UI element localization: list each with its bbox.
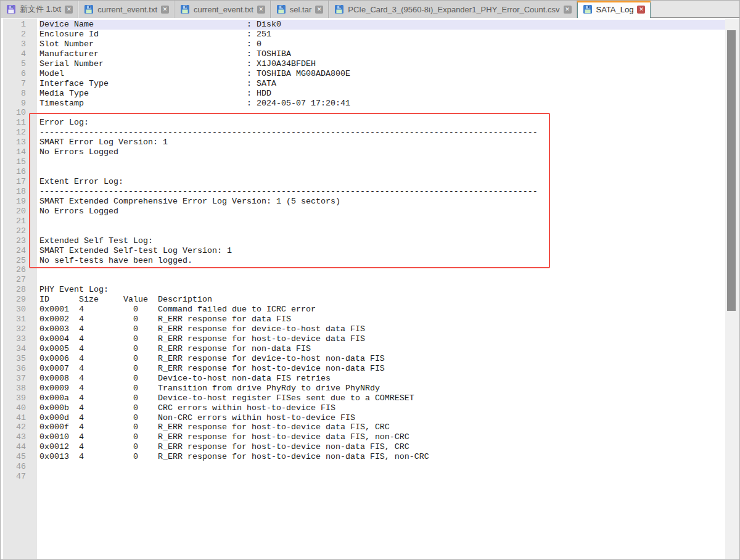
line-text[interactable] (39, 226, 725, 236)
line-text[interactable]: Slot Number : 0 (39, 39, 725, 49)
tab-close-icon[interactable]: ✕ (65, 6, 73, 14)
tab-close-icon[interactable]: ✕ (564, 6, 572, 14)
editor-line[interactable]: 7 Interface Type : SATA (3, 79, 725, 89)
tab-2[interactable]: current_event.txt ✕ (175, 1, 271, 18)
line-text[interactable] (39, 275, 725, 285)
line-text[interactable]: 0x0009 4 0 Transition from drive PhyRdy … (39, 384, 725, 393)
editor-line[interactable]: 34 0x0005 4 0 R_ERR response for non-dat… (3, 344, 725, 354)
editor-line[interactable]: 21 (3, 216, 725, 226)
editor-line[interactable]: 19 SMART Extended Comprehensive Error Lo… (3, 197, 725, 207)
editor-line[interactable]: 28 PHY Event Log: (3, 285, 725, 295)
editor-line[interactable]: 44 0x0012 4 0 R_ERR response for host-to… (3, 442, 725, 452)
line-text[interactable]: Serial Number : X1J0A34BFDEH (39, 59, 725, 69)
line-text[interactable]: Error Log: (39, 118, 725, 128)
tab-active-5[interactable]: SATA_Log ✕ (577, 1, 651, 18)
editor-line[interactable]: 3 Slot Number : 0 (3, 39, 725, 49)
line-text[interactable]: 0x0013 4 0 R_ERR response for host-to-de… (39, 452, 725, 462)
line-text[interactable]: 0x000f 4 0 R_ERR response for host-to-de… (39, 422, 725, 432)
line-text[interactable]: PHY Event Log: (39, 285, 725, 295)
vertical-scrollbar-thumb[interactable] (727, 30, 736, 311)
editor-line[interactable]: 6 Model : TOSHIBA MG08ADA800E (3, 69, 725, 79)
editor-line[interactable]: 15 (3, 157, 725, 167)
tab-4[interactable]: PCIe_Card_3_(9560-8i)_Expander1_PHY_Erro… (329, 1, 577, 18)
line-text[interactable]: 0x000b 4 0 CRC errors within host-to-dev… (39, 403, 725, 413)
line-text[interactable]: 0x0010 4 0 R_ERR response for host-to-de… (39, 432, 725, 442)
editor-line[interactable]: 9 Timestamp : 2024-05-07 17:20:41 (3, 99, 725, 109)
editor-line[interactable]: 1 Device Name : Disk0 (3, 20, 725, 30)
line-text[interactable]: ----------------------------------------… (39, 128, 725, 138)
line-text[interactable] (39, 472, 725, 482)
line-text[interactable]: No self-tests have been logged. (39, 256, 725, 266)
tab-0[interactable]: 新文件 1.txt ✕ (1, 1, 78, 18)
line-text[interactable]: Interface Type : SATA (39, 79, 725, 89)
tab-3[interactable]: sel.tar ✕ (271, 1, 329, 18)
editor-line[interactable]: 5 Serial Number : X1J0A34BFDEH (3, 59, 725, 69)
editor-line[interactable]: 23 Extended Self Test Log: (3, 236, 725, 246)
editor-line[interactable]: 43 0x0010 4 0 R_ERR response for host-to… (3, 432, 725, 442)
line-text[interactable]: SMART Extended Self-test Log Version: 1 (39, 246, 725, 256)
editor-line[interactable]: 13 SMART Error Log Version: 1 (3, 138, 725, 147)
editor-line[interactable]: 39 0x000a 4 0 Device-to-host register FI… (3, 393, 725, 403)
line-text[interactable] (39, 157, 725, 167)
editor-line[interactable]: 47 (3, 472, 725, 482)
editor-line[interactable]: 12 -------------------------------------… (3, 128, 725, 138)
line-text[interactable]: No Errors Logged (39, 207, 725, 216)
line-text[interactable]: SMART Error Log Version: 1 (39, 138, 725, 147)
line-text[interactable]: 0x000d 4 0 Non-CRC errors within host-to… (39, 413, 725, 423)
editor-line[interactable]: 20 No Errors Logged (3, 207, 725, 216)
editor-line[interactable]: 11 Error Log: (3, 118, 725, 128)
tab-close-icon[interactable]: ✕ (637, 6, 645, 14)
line-text[interactable]: No Errors Logged (39, 147, 725, 157)
editor-line[interactable]: 45 0x0013 4 0 R_ERR response for host-to… (3, 452, 725, 462)
line-text[interactable]: 0x0003 4 0 R_ERR response for device-to-… (39, 324, 725, 334)
editor-line[interactable]: 40 0x000b 4 0 CRC errors within host-to-… (3, 403, 725, 413)
line-text[interactable]: Enclosure Id : 251 (39, 30, 725, 39)
line-text[interactable] (39, 167, 725, 177)
tab-close-icon[interactable]: ✕ (161, 6, 169, 14)
tab-close-icon[interactable]: ✕ (257, 6, 265, 14)
line-text[interactable]: Media Type : HDD (39, 89, 725, 99)
line-text[interactable]: Device Name : Disk0 (39, 20, 725, 30)
line-text[interactable] (39, 108, 725, 118)
editor-line[interactable]: 41 0x000d 4 0 Non-CRC errors within host… (3, 413, 725, 423)
editor-line[interactable]: 29 ID Size Value Description (3, 295, 725, 305)
tab-1[interactable]: current_event.txt ✕ (78, 1, 175, 18)
editor-line[interactable]: 24 SMART Extended Self-test Log Version:… (3, 246, 725, 256)
line-text[interactable]: 0x0002 4 0 R_ERR response for data FIS (39, 315, 725, 324)
line-text[interactable] (39, 462, 725, 472)
line-text[interactable]: ----------------------------------------… (39, 187, 725, 197)
editor-line[interactable]: 35 0x0006 4 0 R_ERR response for device-… (3, 354, 725, 364)
line-text[interactable]: 0x0005 4 0 R_ERR response for non-data F… (39, 344, 725, 354)
editor-line[interactable]: 8 Media Type : HDD (3, 89, 725, 99)
editor-line[interactable]: 31 0x0002 4 0 R_ERR response for data FI… (3, 315, 725, 324)
editor-line[interactable]: 32 0x0003 4 0 R_ERR response for device-… (3, 324, 725, 334)
editor-line[interactable]: 2 Enclosure Id : 251 (3, 30, 725, 39)
line-text[interactable]: 0x0006 4 0 R_ERR response for device-to-… (39, 354, 725, 364)
editor-line[interactable]: 18 -------------------------------------… (3, 187, 725, 197)
line-text[interactable]: 0x0007 4 0 R_ERR response for host-to-de… (39, 364, 725, 374)
line-text[interactable]: 0x0012 4 0 R_ERR response for host-to-de… (39, 442, 725, 452)
editor-line[interactable]: 4 Manufacturer : TOSHIBA (3, 49, 725, 59)
editor-line[interactable]: 25 No self-tests have been logged. (3, 256, 725, 266)
tab-close-icon[interactable]: ✕ (315, 6, 323, 14)
line-text[interactable] (39, 216, 725, 226)
line-text[interactable]: Extent Error Log: (39, 177, 725, 187)
editor-line[interactable]: 36 0x0007 4 0 R_ERR response for host-to… (3, 364, 725, 374)
line-text[interactable]: Manufacturer : TOSHIBA (39, 49, 725, 59)
editor-line[interactable]: 46 (3, 462, 725, 472)
line-text[interactable]: Model : TOSHIBA MG08ADA800E (39, 69, 725, 79)
line-text[interactable]: 0x0008 4 0 Device-to-host non-data FIS r… (39, 374, 725, 384)
line-text[interactable]: Timestamp : 2024-05-07 17:20:41 (39, 99, 725, 109)
line-text[interactable]: 0x000a 4 0 Device-to-host register FISes… (39, 393, 725, 403)
editor-line[interactable]: 26 (3, 265, 725, 275)
editor-line[interactable]: 37 0x0008 4 0 Device-to-host non-data FI… (3, 374, 725, 384)
editor-line[interactable]: 27 (3, 275, 725, 285)
editor-line[interactable]: 33 0x0004 4 0 R_ERR response for host-to… (3, 334, 725, 344)
editor-line[interactable]: 16 (3, 167, 725, 177)
line-text[interactable]: SMART Extended Comprehensive Error Log V… (39, 197, 725, 207)
vertical-scrollbar-track[interactable] (725, 19, 739, 559)
line-text[interactable]: 0x0001 4 0 Command failed due to ICRC er… (39, 305, 725, 315)
editor-line[interactable]: 42 0x000f 4 0 R_ERR response for host-to… (3, 422, 725, 432)
editor-line[interactable]: 10 (3, 108, 725, 118)
editor-line[interactable]: 38 0x0009 4 0 Transition from drive PhyR… (3, 384, 725, 393)
